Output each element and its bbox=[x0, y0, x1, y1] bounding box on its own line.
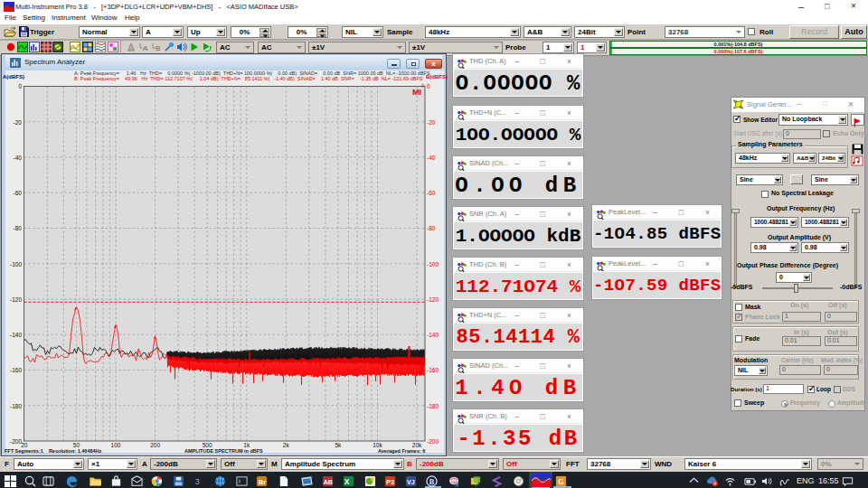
svg-text:AB: AB bbox=[324, 479, 333, 485]
svg-text:VJ: VJ bbox=[407, 479, 415, 485]
svg-text:X: X bbox=[344, 477, 350, 486]
svg-text:3: 3 bbox=[195, 477, 200, 486]
svg-text:G: G bbox=[558, 478, 563, 486]
svg-text:Br: Br bbox=[259, 478, 266, 486]
svg-text:P3: P3 bbox=[386, 478, 394, 486]
svg-text:B: B bbox=[429, 478, 435, 486]
svg-text:MI: MI bbox=[412, 88, 421, 97]
